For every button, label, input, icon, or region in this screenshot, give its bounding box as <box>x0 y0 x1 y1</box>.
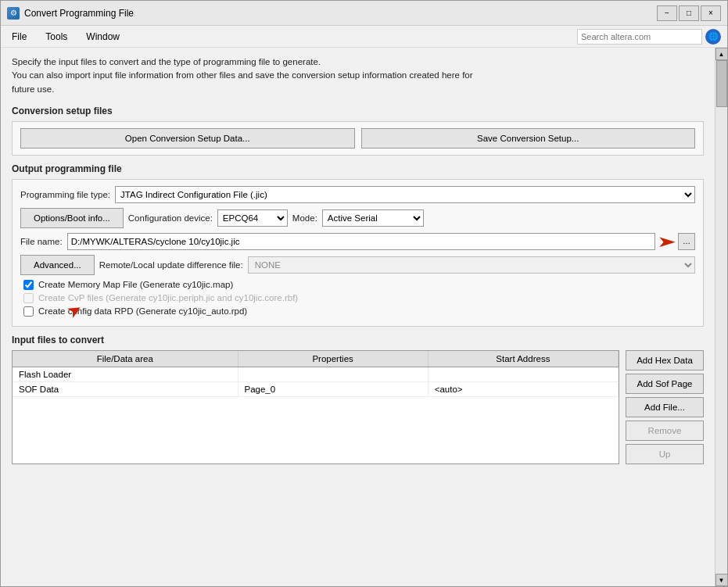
sof-data-props: Page_0 <box>238 382 429 396</box>
mode-label: Mode: <box>292 213 317 223</box>
config-device-label: Configuration device: <box>128 213 213 223</box>
file-name-row: File name: ➤ … <box>20 233 695 250</box>
file-name-input[interactable] <box>67 233 655 250</box>
conversion-setup-label: Conversion setup files <box>12 106 704 116</box>
advanced-remote-row: Advanced... Remote/Local update differen… <box>20 255 695 275</box>
advanced-button[interactable]: Advanced... <box>20 255 95 275</box>
col-properties: Properties <box>238 351 429 367</box>
remote-local-label: Remote/Local update difference file: <box>99 260 243 270</box>
input-files-section: File/Data area Properties Start Address … <box>12 350 704 464</box>
scroll-up-button[interactable]: ▲ <box>715 48 728 60</box>
open-conversion-button[interactable]: Open Conversion Setup Data... <box>20 128 355 149</box>
col-file-area: File/Data area <box>13 351 238 367</box>
title-bar: ⚙ Convert Programming File − □ × <box>1 1 727 26</box>
main-window: ⚙ Convert Programming File − □ × File To… <box>0 0 728 587</box>
mode-select[interactable]: Active Serial <box>322 209 424 227</box>
scrollbar-thumb[interactable] <box>716 60 727 107</box>
close-button[interactable]: × <box>701 5 721 21</box>
menu-items: File Tools Window <box>7 30 124 44</box>
description: Specify the input files to convert and t… <box>12 55 704 96</box>
conversion-setup-section: Open Conversion Setup Data... Save Conve… <box>12 121 704 156</box>
window-title: Convert Programming File <box>24 8 134 19</box>
conversion-button-row: Open Conversion Setup Data... Save Conve… <box>20 128 695 149</box>
prog-file-type-label: Programming file type: <box>20 190 110 199</box>
checkbox1-label: Create Memory Map File (Generate cy10jic… <box>38 280 233 289</box>
sof-data-address: <auto> <box>429 382 619 396</box>
add-sof-button[interactable]: Add Sof Page <box>626 374 704 394</box>
menu-tools[interactable]: Tools <box>41 30 72 44</box>
table-row[interactable]: SOF Data Page_0 <auto> <box>13 382 619 397</box>
main-content: Specify the input files to convert and t… <box>1 48 715 586</box>
menu-file[interactable]: File <box>7 30 31 44</box>
create-cvp-checkbox[interactable] <box>23 293 34 303</box>
create-memory-map-checkbox[interactable] <box>23 280 34 290</box>
checkbox2-row: Create CvP files (Generate cy10jic.perip… <box>20 293 695 303</box>
description-line3: future use. <box>12 83 704 96</box>
flash-loader-address <box>429 367 619 381</box>
create-config-data-checkbox[interactable] <box>23 306 34 317</box>
scrollbar: ▲ ▼ <box>715 48 727 586</box>
col-start-address: Start Address <box>429 351 619 367</box>
prog-file-type-row: Programming file type: JTAG Indirect Con… <box>20 186 695 203</box>
file-name-label: File name: <box>20 237 63 246</box>
flash-loader-props <box>238 367 429 381</box>
app-icon: ⚙ <box>7 7 20 20</box>
content-area: Specify the input files to convert and t… <box>1 48 727 586</box>
table-body: Flash Loader SOF Data Page_0 <auto> <box>13 367 619 430</box>
arrow-indicator: ➤ <box>657 234 677 249</box>
maximize-button[interactable]: □ <box>679 5 699 21</box>
sof-data-cell: SOF Data <box>13 382 238 396</box>
search-box: 🌐 <box>577 29 721 45</box>
add-file-button[interactable]: Add File... <box>626 397 704 417</box>
options-config-row: Options/Boot info... Configuration devic… <box>20 208 695 228</box>
table-header: File/Data area Properties Start Address <box>13 351 619 367</box>
checkbox3-row: Create config data RPD (Generate cy10jic… <box>20 306 695 317</box>
options-boot-button[interactable]: Options/Boot info... <box>20 208 124 228</box>
description-line2: You can also import input file informati… <box>12 69 704 82</box>
title-bar-left: ⚙ Convert Programming File <box>7 7 134 20</box>
scrollbar-track <box>715 60 727 574</box>
up-button[interactable]: Up <box>626 444 704 464</box>
flash-loader-cell: Flash Loader <box>13 367 238 381</box>
input-files-label: Input files to convert <box>12 335 704 345</box>
save-conversion-button[interactable]: Save Conversion Setup... <box>361 128 696 149</box>
output-programming-section: Programming file type: JTAG Indirect Con… <box>12 179 704 327</box>
menu-window[interactable]: Window <box>81 30 124 44</box>
menu-bar: File Tools Window 🌐 <box>1 26 727 48</box>
minimize-button[interactable]: − <box>657 5 677 21</box>
browse-button[interactable]: … <box>678 233 695 250</box>
prog-file-type-select[interactable]: JTAG Indirect Configuration File (.jic) <box>115 186 695 203</box>
scroll-down-button[interactable]: ▼ <box>715 574 728 586</box>
input-files-table: File/Data area Properties Start Address … <box>12 350 619 464</box>
config-device-select[interactable]: EPCQ64 <box>217 209 288 227</box>
remove-button[interactable]: Remove <box>626 421 704 441</box>
output-programming-label: Output programming file <box>12 163 704 174</box>
description-line1: Specify the input files to convert and t… <box>12 55 704 69</box>
title-bar-controls: − □ × <box>657 5 721 21</box>
search-input[interactable] <box>577 29 702 45</box>
add-hex-button[interactable]: Add Hex Data <box>626 350 704 370</box>
remote-local-select[interactable]: NONE <box>248 256 695 274</box>
right-buttons: Add Hex Data Add Sof Page Add File... Re… <box>626 350 704 464</box>
globe-icon: 🌐 <box>705 29 721 45</box>
checkbox1-row: Create Memory Map File (Generate cy10jic… <box>20 280 695 290</box>
table-row[interactable]: Flash Loader <box>13 367 619 382</box>
